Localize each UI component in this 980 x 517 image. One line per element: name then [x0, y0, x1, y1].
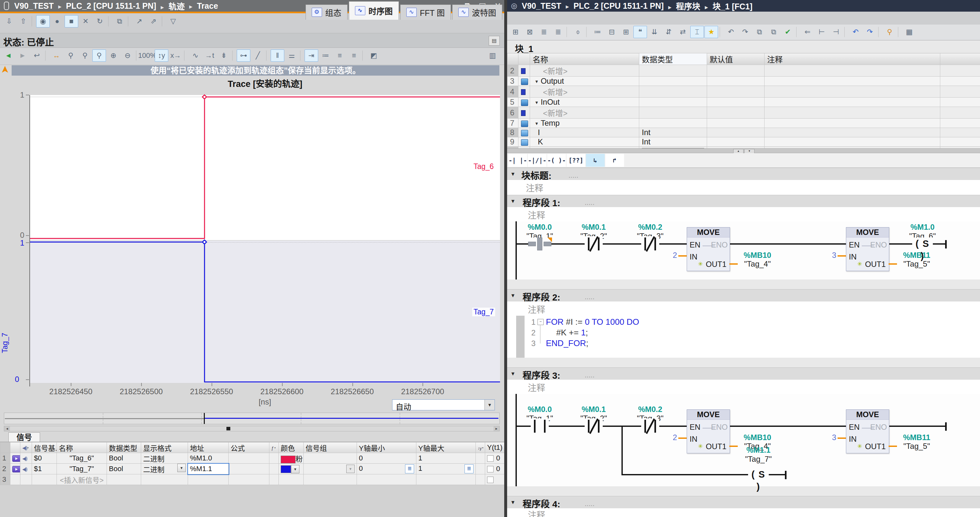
audible-column-icon[interactable]: ◀))·: [20, 442, 32, 453]
import-measurements-icon[interactable]: ⇗: [146, 15, 160, 27]
repeat-measurement-icon[interactable]: ↻: [93, 15, 107, 27]
zoom-100-icon[interactable]: 100%: [140, 49, 154, 62]
monitor-on-off-icon[interactable]: ◉: [36, 15, 50, 27]
move-box-2[interactable]: MOVE EN ENO IN ✳ OUT1: [846, 409, 889, 453]
toolbar-button[interactable]: [878, 27, 881, 37]
y-scale-column-icon[interactable]: ↕y·: [476, 442, 485, 453]
trace-plot[interactable]: [30, 95, 500, 383]
hide-symbol-information-icon[interactable]: ⇵: [662, 26, 675, 38]
breadcrumb-item[interactable]: 块_1 [FC1]: [700, 0, 752, 12]
breadcrumb-item[interactable]: V90_TEST: [14, 1, 54, 11]
zoom-out-icon[interactable]: ⊖: [121, 49, 134, 62]
delete-row-icon[interactable]: ≣: [551, 26, 565, 38]
toolbar-button[interactable]: [232, 50, 235, 61]
trace-overview-strip[interactable]: [4, 413, 500, 424]
toggle-network-comments-icon[interactable]: ❝: [633, 26, 647, 38]
toolbar-button[interactable]: [898, 27, 901, 37]
formula-column-icon[interactable]: ƒ·: [269, 442, 279, 453]
previous-measurement-icon[interactable]: ◄: [2, 49, 15, 62]
vertical-measure-cursors-icon[interactable]: ‖: [270, 49, 284, 62]
toolbar-button[interactable]: [844, 27, 847, 37]
chevron-down-icon[interactable]: ▼: [485, 400, 495, 410]
network-1-comment[interactable]: 注释: [507, 207, 980, 222]
toolbar-button[interactable]: [300, 50, 303, 61]
transfer-trace-to-device-icon[interactable]: ⇩: [2, 15, 16, 27]
browse-back-icon[interactable]: ↶: [849, 26, 862, 38]
network-4-comment[interactable]: 注释: [507, 508, 980, 517]
collapse-all-networks-icon[interactable]: ⊟: [605, 26, 619, 38]
favorite-close-branch[interactable]: ↱: [605, 154, 624, 167]
pin-icon[interactable]: [4, 2, 9, 10]
toolbar-button[interactable]: [796, 27, 799, 37]
free-form-comments-icon[interactable]: ⌶: [690, 26, 704, 38]
insert-network-icon[interactable]: ⊞: [509, 26, 522, 38]
jump-to-trigger-icon[interactable]: ➤: [0, 65, 10, 74]
toolbar-button[interactable]: [363, 50, 365, 61]
interpolation-icon[interactable]: ╱: [251, 49, 264, 62]
breadcrumb-item[interactable]: Trace: [185, 1, 218, 11]
collapse-statement-icon[interactable]: ⊣: [829, 26, 843, 38]
favorite-open-branch[interactable]: ↳: [586, 154, 605, 167]
scrollbar-handle[interactable]: [226, 427, 230, 431]
set-coil-tag7[interactable]: ( S ): [748, 468, 769, 481]
deactivate-recording-icon[interactable]: ■: [65, 15, 78, 27]
horizontal-measure-cursors-icon[interactable]: ⚌: [285, 49, 299, 62]
nc-contact-tag3[interactable]: [641, 236, 659, 252]
toolbar-button[interactable]: [566, 27, 570, 37]
toolbar-button[interactable]: [128, 16, 131, 27]
time-scale-select[interactable]: 自动 ▼: [392, 399, 495, 410]
move-box-2[interactable]: MOVE EN ENO IN ✳ OUT1: [846, 227, 889, 271]
collapse-icon[interactable]: ▼: [510, 293, 515, 298]
network-4-header[interactable]: ▼ 程序段 4: .....: [507, 496, 980, 509]
consistency-check-icon[interactable]: ✔: [781, 26, 795, 38]
zoom-area-icon[interactable]: ⚲: [92, 49, 106, 62]
toolbar-button[interactable]: [720, 27, 722, 37]
align-labels-left-icon[interactable]: ≡: [333, 49, 347, 62]
undo-view-icon[interactable]: ↩: [30, 49, 44, 62]
nc-contact-tag3[interactable]: [641, 418, 659, 434]
download-block-icon[interactable]: ⧉: [752, 26, 766, 38]
color-swatch[interactable]: [281, 465, 291, 473]
toolbar-button[interactable]: [162, 16, 165, 27]
zoom-in-icon[interactable]: ⊕: [107, 49, 120, 62]
scl-line-1[interactable]: FOR #I := 0 TO 1000 DO: [546, 317, 639, 327]
tab-fft-diagram[interactable]: ∿FFT 图: [400, 5, 451, 20]
toggle-operand-display-icon[interactable]: ⇄: [676, 26, 690, 38]
collapse-icon[interactable]: ▼: [535, 121, 539, 126]
overview-cursor[interactable]: [204, 413, 205, 424]
toolbar-button[interactable]: [586, 27, 589, 37]
go-to-previous-point-icon[interactable]: ↶: [724, 26, 738, 38]
toolbar-button[interactable]: [184, 50, 187, 61]
dynamic-zoom-icon[interactable]: ⚲: [78, 49, 92, 62]
pane-divider[interactable]: [504, 0, 507, 517]
stack-curves-icon[interactable]: ⇟: [217, 49, 231, 62]
transfer-trace-from-device-icon[interactable]: ⇧: [16, 15, 30, 27]
ymin-list-icon[interactable]: ≣: [405, 464, 414, 473]
chart-background-icon[interactable]: ◩: [367, 49, 380, 62]
yt1-checkbox[interactable]: [487, 455, 493, 462]
collapse-icon[interactable]: ▼: [510, 371, 515, 377]
breadcrumb-item[interactable]: PLC_2 [CPU 1511-1 PN]: [54, 1, 156, 11]
scl-line-3[interactable]: END_FOR;: [546, 338, 588, 348]
block-structure-icon[interactable]: ▦: [902, 26, 916, 38]
browse-forward-icon[interactable]: ↷: [863, 26, 877, 38]
breadcrumb-item[interactable]: PLC_2 [CPU 1511-1 PN]: [561, 1, 663, 11]
breadcrumb-item[interactable]: 程序块: [664, 0, 700, 12]
collapse-down-icon[interactable]: ▼: [744, 149, 754, 153]
signal-list-icon[interactable]: ≔: [319, 49, 332, 62]
set-coil-tag6[interactable]: ( S ): [912, 238, 933, 251]
network-1-header[interactable]: ▼ 程序段 1: .....: [507, 195, 980, 207]
expand-statement-icon[interactable]: ⊢: [815, 26, 829, 38]
toolbar-button[interactable]: [45, 50, 48, 61]
network-3-comment[interactable]: 注释: [507, 380, 980, 394]
insert-row-icon[interactable]: ≣: [537, 26, 551, 38]
no-contact-tag1[interactable]: [531, 418, 549, 434]
diagram-properties-icon[interactable]: ▤: [489, 36, 500, 46]
x-scale-100-icon[interactable]: x→: [169, 49, 183, 62]
collapse-icon[interactable]: ▼: [510, 198, 515, 204]
collapse-icon[interactable]: ▼: [535, 100, 539, 105]
network-2-header[interactable]: ▼ 程序段 2: .....: [507, 289, 980, 302]
find-replace-icon[interactable]: ⚲: [883, 26, 896, 38]
favorite-no-contact[interactable]: -| |-: [508, 154, 527, 167]
expand-all-networks-icon[interactable]: ⊞: [619, 26, 633, 38]
